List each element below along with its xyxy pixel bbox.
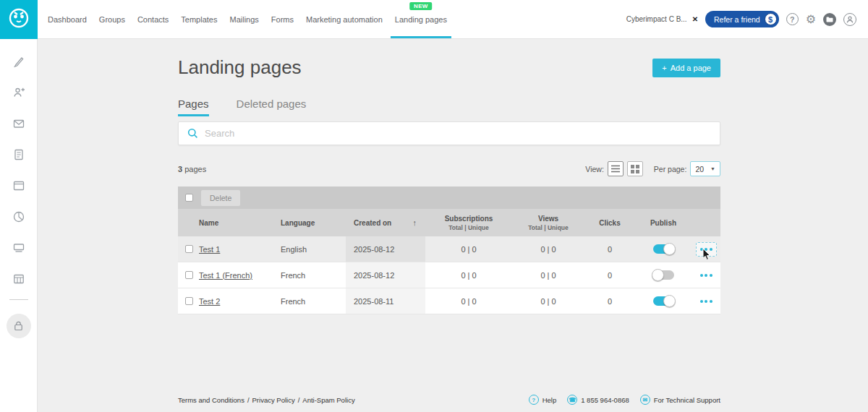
- support-link[interactable]: ✉ For Technical Support: [640, 395, 720, 405]
- clicks-cell: 0: [584, 245, 635, 254]
- main-area: Landing pages + Add a page Pages Deleted…: [38, 39, 868, 412]
- dollar-icon: $: [765, 13, 777, 25]
- publish-toggle[interactable]: [653, 244, 674, 254]
- app-window: Dashboard Groups Contacts Templates Mail…: [0, 0, 868, 412]
- footer-links: Terms and Conditions / Privacy Policy / …: [178, 396, 355, 404]
- page-name-link[interactable]: Test 1 (French): [199, 271, 252, 280]
- nav-forms[interactable]: Forms: [271, 0, 294, 38]
- gear-icon[interactable]: ⚙: [806, 14, 816, 25]
- main-nav: Dashboard Groups Contacts Templates Mail…: [48, 0, 447, 38]
- bulk-action-bar: Delete: [178, 186, 720, 209]
- row-checkbox[interactable]: [185, 245, 193, 253]
- delete-button[interactable]: Delete: [201, 190, 240, 206]
- anti-spam-link[interactable]: Anti-Spam Policy: [302, 396, 354, 404]
- sort-asc-icon[interactable]: ↑: [413, 218, 417, 227]
- nav-marketing-automation[interactable]: Marketing automation: [306, 0, 383, 38]
- account-tag[interactable]: Cyberimpact C B... ✕: [626, 15, 698, 23]
- select-all-checkbox[interactable]: [185, 194, 193, 202]
- help-label: Help: [542, 396, 557, 404]
- refer-a-friend-button[interactable]: Refer a friend $: [705, 11, 779, 27]
- column-header-views[interactable]: Views Total | Unique: [512, 215, 584, 231]
- nav-landing-pages[interactable]: NEW Landing pages: [395, 0, 447, 38]
- search-bar: [178, 121, 720, 145]
- phone-link[interactable]: ☎ 1 855 964-0868: [567, 395, 629, 405]
- nav-groups[interactable]: Groups: [99, 0, 125, 38]
- nav-dashboard[interactable]: Dashboard: [48, 0, 87, 38]
- design-brush-icon[interactable]: [12, 55, 25, 68]
- ellipsis-icon: [700, 248, 712, 251]
- column-header-created-on[interactable]: Created on ↑: [346, 209, 425, 236]
- nav-mailings[interactable]: Mailings: [229, 0, 258, 38]
- contact-add-icon[interactable]: [12, 86, 25, 99]
- cyberimpact-logo[interactable]: [0, 0, 38, 39]
- row-actions-menu-button[interactable]: [696, 242, 717, 257]
- top-bar-right: Cyberimpact C B... ✕ Refer a friend $ ? …: [626, 11, 868, 27]
- footer: Terms and Conditions / Privacy Policy / …: [178, 395, 720, 405]
- add-a-page-button[interactable]: + Add a page: [652, 59, 720, 77]
- clicks-cell: 0: [584, 271, 635, 280]
- column-header-subscriptions[interactable]: Subscriptions Total | Unique: [425, 215, 512, 231]
- subscriptions-label: Subscriptions: [445, 215, 493, 223]
- owl-logo-icon: [7, 6, 31, 33]
- column-header-name[interactable]: Name: [178, 219, 281, 227]
- help-link[interactable]: ? Help: [529, 395, 557, 405]
- per-page-select[interactable]: 20 ▼: [690, 161, 720, 176]
- privacy-link[interactable]: Privacy Policy: [252, 396, 295, 404]
- nav-contacts[interactable]: Contacts: [137, 0, 169, 38]
- account-tag-label: Cyberimpact C B...: [626, 15, 687, 23]
- add-a-page-label: Add a page: [671, 64, 711, 72]
- stats-grid-icon[interactable]: [12, 272, 25, 286]
- nav-templates[interactable]: Templates: [181, 0, 217, 38]
- user-icon[interactable]: [843, 13, 856, 26]
- column-header-publish: Publish: [635, 219, 692, 227]
- envelope-icon[interactable]: [12, 117, 25, 130]
- language-cell: English: [281, 245, 346, 254]
- counts-row: 3 pages View: Per page: 20 ▼: [178, 161, 720, 176]
- created-on-label: Created on: [354, 219, 391, 227]
- subscriptions-sub-label: Total | Unique: [448, 224, 489, 231]
- chevron-down-icon: ▼: [710, 166, 715, 171]
- terms-link[interactable]: Terms and Conditions: [178, 396, 244, 404]
- marketplace-bag-icon[interactable]: [7, 314, 31, 338]
- close-icon[interactable]: ✕: [692, 15, 698, 23]
- files-icon[interactable]: [823, 13, 836, 26]
- separator: /: [247, 396, 250, 404]
- grid-view-button[interactable]: [627, 161, 643, 176]
- subscriptions-cell: 0 | 0: [425, 245, 512, 254]
- sidebar-divider: [9, 299, 28, 300]
- plus-icon: +: [662, 64, 666, 72]
- column-header-clicks[interactable]: Clicks: [584, 219, 635, 227]
- footer-right: ? Help ☎ 1 855 964-0868 ✉ For Technical …: [529, 395, 720, 405]
- list-view-button[interactable]: [608, 161, 624, 176]
- landing-page-icon[interactable]: [12, 241, 25, 254]
- row-actions-menu-button[interactable]: [700, 300, 712, 303]
- new-badge: NEW: [409, 2, 433, 10]
- subscriptions-cell: 0 | 0: [425, 297, 512, 306]
- page-name-link[interactable]: Test 1: [199, 245, 220, 254]
- sidebar: [0, 39, 38, 412]
- column-header-language[interactable]: Language: [281, 219, 346, 227]
- page-name-link[interactable]: Test 2: [199, 297, 220, 306]
- pages-table: Delete Name Language Created on ↑ Subscr…: [178, 186, 720, 314]
- template-window-icon[interactable]: [12, 179, 25, 192]
- content: Landing pages + Add a page Pages Deleted…: [178, 39, 720, 314]
- help-icon[interactable]: ?: [786, 13, 799, 25]
- tab-deleted-pages[interactable]: Deleted pages: [237, 98, 307, 116]
- language-cell: French: [281, 271, 346, 280]
- publish-toggle[interactable]: [653, 270, 674, 280]
- row-checkbox[interactable]: [185, 271, 193, 279]
- subscriptions-cell: 0 | 0: [425, 271, 512, 280]
- views-cell: 0 | 0: [512, 297, 584, 306]
- tab-pages[interactable]: Pages: [178, 98, 209, 116]
- row-actions-menu-button[interactable]: [700, 274, 712, 277]
- document-list-icon[interactable]: [12, 148, 25, 161]
- created-on-cell: 2025-08-12: [346, 236, 425, 262]
- clicks-cell: 0: [584, 297, 635, 306]
- row-checkbox[interactable]: [185, 297, 193, 305]
- separator: /: [298, 396, 300, 404]
- table-row: Test 2 French 2025-08-11 0 | 0 0 | 0 0: [178, 288, 720, 314]
- publish-toggle[interactable]: [653, 296, 674, 306]
- search-input[interactable]: [205, 128, 711, 139]
- refer-a-friend-label: Refer a friend: [714, 15, 760, 24]
- pie-chart-icon[interactable]: [12, 210, 25, 223]
